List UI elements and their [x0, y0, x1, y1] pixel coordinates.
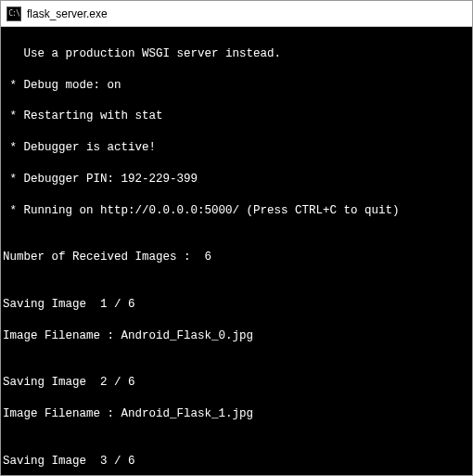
console-line: * Debugger PIN: 192-229-399 [3, 172, 470, 187]
console-line: * Debugger is active! [3, 140, 470, 156]
console-line: Number of Received Images : 6 [3, 250, 470, 265]
console-line: * Restarting with stat [3, 109, 470, 124]
console-line: Image Filename : Android_Flask_1.jpg [3, 406, 470, 422]
app-icon: C:\ [6, 6, 21, 21]
console-line: Saving Image 2 / 6 [3, 375, 470, 391]
titlebar[interactable]: C:\ flask_server.exe [1, 1, 472, 27]
console-line: * Running on http://0.0.0.0:5000/ (Press… [3, 203, 470, 219]
console-line: Saving Image 3 / 6 [3, 454, 470, 470]
console-line: Image Filename : Android_Flask_0.jpg [3, 328, 470, 344]
console-line: Use a production WSGI server instead. [3, 46, 470, 62]
window-title: flask_server.exe [27, 7, 108, 20]
console-line: * Debug mode: on [3, 78, 470, 94]
console-window: C:\ flask_server.exe Use a production WS… [0, 0, 473, 476]
console-output[interactable]: Use a production WSGI server instead. * … [1, 27, 472, 475]
cmd-icon: C:\ [8, 10, 19, 18]
console-line: Saving Image 1 / 6 [3, 297, 470, 313]
